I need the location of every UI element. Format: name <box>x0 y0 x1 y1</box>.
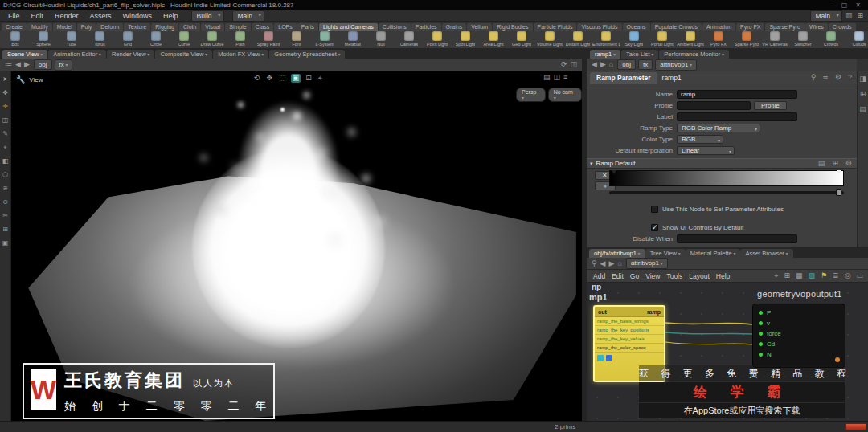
pane-menu-icon[interactable]: ≔ <box>3 61 14 68</box>
persp-view-button[interactable]: Persp <box>516 88 546 102</box>
home-icon[interactable]: ⌂ <box>616 260 623 267</box>
stow-pane-icon[interactable]: ◨ <box>858 75 868 83</box>
shelf-tab[interactable]: Visual <box>201 23 224 31</box>
view-tool-icon[interactable]: ◧ <box>1 158 10 165</box>
param-type-tab[interactable]: Ramp Parameter <box>590 72 657 84</box>
shelf-tab[interactable]: Class <box>252 23 274 31</box>
shelf-tool[interactable]: Curve <box>170 31 198 47</box>
ramp-position-slider[interactable] <box>609 191 844 194</box>
ramp-key-end[interactable] <box>837 170 841 174</box>
shelf-tab[interactable]: Particles <box>411 23 441 31</box>
pose-tool-icon[interactable]: ◫ <box>1 117 10 124</box>
pane-list-icon[interactable]: ▤ <box>858 106 868 113</box>
shelf-tool[interactable]: Grid <box>114 31 141 47</box>
snap-tool-icon[interactable]: ⌖ <box>2 145 9 151</box>
display-tool-icon[interactable]: ▣ <box>1 240 10 247</box>
view-menu[interactable]: 🔧 View <box>14 76 43 84</box>
geometryvopoutput1-node[interactable]: PvforceCdN <box>752 304 845 368</box>
shelf-tab[interactable]: Grains <box>442 23 467 31</box>
shelf-tool[interactable]: Metaball <box>339 31 366 47</box>
shelf-tab[interactable]: Wires <box>805 23 828 31</box>
list-mode-icon[interactable]: ≣ <box>831 272 841 279</box>
layout-single-icon[interactable]: ▤ <box>542 74 552 81</box>
view-pan-icon[interactable]: ✥ <box>265 74 275 83</box>
param-node-chip[interactable]: attribvop1 <box>655 59 697 71</box>
shelf-tool[interactable]: Volume Light <box>536 31 563 47</box>
shelf-tool[interactable]: Switcher <box>789 31 817 47</box>
pin-icon[interactable]: ⚲ <box>809 74 818 81</box>
shelf-tab[interactable]: Lights and Cameras <box>319 23 378 31</box>
search-icon[interactable]: ◎ <box>843 272 853 279</box>
network-pane-tab[interactable]: Material Palette <box>686 249 741 258</box>
edit-tool-icon[interactable]: ✎ <box>1 131 10 137</box>
output-connector-icon[interactable] <box>835 357 840 362</box>
shelf-tab[interactable]: Vellum <box>467 23 492 31</box>
shelf-tab[interactable]: Poly <box>77 23 96 31</box>
ramp-node-output-row[interactable]: ramp_the_basis_strings <box>595 317 664 326</box>
home-icon[interactable]: ⌂ <box>608 61 615 68</box>
desktop-selector[interactable]: Build <box>191 10 224 22</box>
shelf-tab[interactable]: Cloth <box>179 23 200 31</box>
pane-tab[interactable]: Render View <box>107 50 155 59</box>
view-rotate-icon[interactable]: ⟲ <box>252 74 262 83</box>
wire[interactable] <box>665 342 752 344</box>
pin-icon[interactable]: ⚲ <box>590 260 599 267</box>
shelf-tab[interactable]: Rigid Bodies <box>493 23 532 31</box>
back-icon[interactable]: ◀ <box>14 61 23 68</box>
minimize-button[interactable]: – <box>825 2 837 9</box>
wire-tool-icon[interactable]: ≋ <box>1 185 10 192</box>
shelf-tab[interactable]: Crowds <box>829 23 856 31</box>
shelf-tool[interactable]: Torus <box>86 31 113 47</box>
shelf-tab[interactable]: Model <box>53 23 76 31</box>
shelf-tab[interactable]: Rigging <box>151 23 178 31</box>
pane-tab[interactable]: Scene View <box>2 50 47 59</box>
shelf-tool[interactable]: Circle <box>142 31 170 47</box>
shelf-tool[interactable]: Geo Light <box>508 31 535 47</box>
pane-tab[interactable]: Geometry Spreadsheet <box>269 50 345 59</box>
shelf-tab[interactable]: Particle Fluids <box>534 23 577 31</box>
show-ui-checkbox[interactable] <box>651 224 658 231</box>
ramp-node-output-row[interactable]: ramp_the_key_values <box>595 335 664 344</box>
desktop-icon[interactable]: ▥ <box>844 12 854 19</box>
forward-icon[interactable]: ▶ <box>23 61 31 68</box>
network-menu-item[interactable]: Go <box>627 272 642 280</box>
profile-button[interactable]: Profile <box>754 101 787 110</box>
network-pane-tab[interactable]: obj/fx/attribvop1 <box>589 249 645 258</box>
network-menu-item[interactable]: Layout <box>686 272 713 280</box>
pane-tab[interactable]: Composite View <box>155 50 212 59</box>
shelf-tool[interactable]: Area Light <box>480 31 507 47</box>
sliders-icon[interactable]: ≣ <box>821 74 830 81</box>
use-node-checkbox[interactable] <box>651 206 658 213</box>
shaded-mode-icon[interactable]: ▣ <box>291 74 301 83</box>
frame-view-icon[interactable]: ⌖ <box>317 74 324 83</box>
pane-split-icon[interactable]: ◫ <box>568 61 579 68</box>
gear-icon[interactable]: ⚙ <box>833 74 843 81</box>
profile-field[interactable] <box>677 101 751 110</box>
forward-icon[interactable]: ▶ <box>599 61 608 68</box>
back-icon[interactable]: ◀ <box>599 260 608 267</box>
back-icon[interactable]: ◀ <box>590 61 599 68</box>
shelf-tool[interactable]: Null <box>367 31 395 47</box>
maximize-button[interactable]: ▢ <box>837 2 852 9</box>
shelf-tool[interactable]: Clouds <box>845 31 868 47</box>
param-node-name[interactable]: ramp1 <box>662 74 682 82</box>
shelf-tool[interactable]: Spot Light <box>452 31 479 47</box>
ramp-default-section[interactable]: ▾ Ramp Default ▤⊞⚙ <box>587 158 857 169</box>
shelf-tool[interactable]: Portal Light <box>649 31 676 47</box>
wire[interactable] <box>665 323 752 324</box>
shelf-tool[interactable]: Sphere <box>30 31 57 47</box>
pane-tab[interactable]: Motion FX View <box>213 50 268 59</box>
wireframe-mode-icon[interactable]: ⊡ <box>304 74 313 83</box>
shelf-tool[interactable]: Box <box>2 31 29 47</box>
ramp-type-dropdown[interactable]: RGB Color Ramp <box>677 124 760 132</box>
label-field[interactable] <box>677 112 797 121</box>
ramp-copy-icon[interactable]: ⊞ <box>830 160 840 167</box>
ramp-key-start[interactable] <box>612 170 616 174</box>
help-icon[interactable]: ? <box>846 74 854 81</box>
grid-snap-icon[interactable]: ⊞ <box>782 272 792 279</box>
path-fx-chip[interactable]: fx <box>55 59 73 71</box>
refresh-icon[interactable]: ⟳ <box>559 61 569 68</box>
color-palette-icon[interactable]: ▨ <box>806 272 817 279</box>
node-input-port[interactable]: v <box>753 318 845 328</box>
pane-tab[interactable]: Animation Editor <box>48 50 106 59</box>
